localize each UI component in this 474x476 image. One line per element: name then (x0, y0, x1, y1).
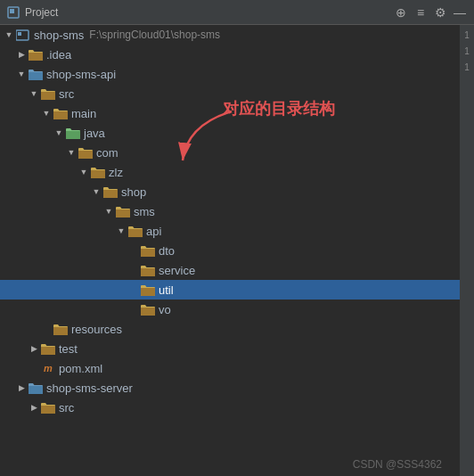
item-label-pom: pom.xml (59, 362, 102, 375)
arrow-shop-sms[interactable] (4, 29, 14, 40)
folder-icon-resources (53, 323, 68, 335)
folder-icon-java (66, 127, 80, 139)
arrow-main[interactable] (41, 108, 52, 119)
folder-icon-shop-sms-server (29, 382, 43, 394)
arrow-test[interactable] (29, 343, 39, 354)
item-label-src2: src (59, 401, 74, 414)
item-label-dto: dto (159, 244, 175, 258)
tree-item-shop[interactable]: shop (0, 182, 460, 201)
folder-icon-zlz (91, 166, 105, 178)
tree-item-test[interactable]: test (0, 339, 460, 358)
folder-icon-shop-sms (16, 29, 30, 41)
folder-icon-vo (141, 303, 155, 316)
collapse-btn[interactable]: ≡ (413, 5, 428, 20)
arrow-zlz[interactable] (78, 167, 89, 177)
folder-icon-src2 (41, 401, 55, 414)
tree-item-main[interactable]: main (0, 103, 460, 123)
arrow-shop-sms-api[interactable] (16, 69, 27, 79)
title-bar: Project ⊕ ≡ ⚙ — (0, 0, 474, 25)
main-container: 对应的目录结构 shop-smsF:\springCloud01\shop-sm… (0, 25, 474, 476)
folder-icon-util (141, 283, 155, 296)
arrow-src2[interactable] (29, 402, 39, 413)
folder-icon-dto (141, 244, 155, 257)
arrow-api[interactable] (116, 226, 127, 236)
project-panel-icon (7, 6, 20, 19)
tree-item-resources[interactable]: resources (0, 319, 460, 339)
tree-item-src1[interactable]: src (0, 84, 460, 103)
svg-rect-4 (18, 32, 21, 36)
title-bar-actions: ⊕ ≡ ⚙ — (394, 5, 467, 20)
folder-icon-src1 (41, 87, 55, 100)
folder-icon-test (41, 342, 55, 355)
folder-icon-main (53, 107, 68, 119)
svg-rect-1 (10, 9, 14, 13)
item-label-resources: resources (71, 323, 122, 336)
folder-icon-com (78, 146, 93, 159)
tree-item-java[interactable]: java (0, 123, 460, 143)
tree-item-idea[interactable]: .idea (0, 45, 460, 64)
item-label-shop-sms: shop-sms (34, 29, 84, 42)
add-btn[interactable]: ⊕ (394, 5, 408, 20)
item-label-shop-sms-api: shop-sms-api (46, 68, 116, 81)
tree-item-src2[interactable]: src (0, 398, 460, 417)
item-label-com: com (96, 146, 118, 160)
arrow-src1[interactable] (29, 88, 39, 99)
item-label-src1: src (59, 87, 74, 101)
item-label-zlz: zlz (109, 166, 123, 179)
line-1: 1 (464, 29, 470, 43)
item-label-main: main (71, 107, 96, 120)
item-label-idea: .idea (46, 48, 71, 62)
tree-item-shop-sms-api[interactable]: shop-sms-api (0, 64, 460, 84)
arrow-java[interactable] (53, 127, 64, 138)
arrow-shop-sms-server[interactable] (16, 382, 27, 393)
arrow-idea[interactable] (16, 49, 27, 60)
folder-icon-idea (29, 48, 43, 61)
folder-icon-shop-sms-api (29, 68, 43, 80)
item-label-shop-sms-server: shop-sms-server (46, 382, 133, 395)
item-label-util: util (159, 283, 174, 297)
tree-item-api[interactable]: api (0, 221, 460, 241)
folder-icon-service (141, 264, 155, 276)
tree-item-shop-sms-server[interactable]: shop-sms-server (0, 378, 460, 398)
tree-item-pom[interactable]: mpom.xml (0, 358, 460, 378)
panel-title: Project (25, 6, 388, 19)
item-path-shop-sms: F:\springCloud01\shop-sms (89, 29, 220, 41)
item-label-shop: shop (121, 185, 146, 199)
tree-item-zlz[interactable]: zlz (0, 162, 460, 182)
settings-btn[interactable]: ⚙ (433, 5, 447, 20)
tree-container: shop-smsF:\springCloud01\shop-sms.ideash… (0, 25, 460, 417)
tree-item-vo[interactable]: vo (0, 300, 460, 319)
folder-icon-pom: m (41, 362, 55, 374)
arrow-com[interactable] (66, 147, 77, 158)
tree-item-shop-sms[interactable]: shop-smsF:\springCloud01\shop-sms (0, 25, 460, 45)
folder-icon-sms (116, 205, 130, 217)
item-label-test: test (59, 342, 78, 356)
item-label-vo: vo (159, 303, 171, 316)
minimize-btn[interactable]: — (453, 5, 467, 20)
tree-item-sms[interactable]: sms (0, 201, 460, 221)
arrow-sms[interactable] (103, 206, 114, 217)
item-label-service: service (159, 264, 195, 277)
arrow-shop[interactable] (91, 186, 102, 197)
tree-item-dto[interactable]: dto (0, 241, 460, 260)
item-label-java: java (84, 127, 105, 140)
line-3: 1 (464, 61, 470, 75)
folder-icon-api (128, 225, 143, 237)
tree-item-com[interactable]: com (0, 143, 460, 162)
tree-item-util[interactable]: util (0, 280, 460, 300)
right-gutter: 1 1 1 (460, 25, 474, 476)
tree-item-service[interactable]: service (0, 260, 460, 280)
item-label-sms: sms (134, 205, 155, 218)
watermark: CSDN @SSS4362 (353, 458, 442, 471)
file-tree: 对应的目录结构 shop-smsF:\springCloud01\shop-sm… (0, 25, 460, 476)
line-2: 1 (464, 45, 470, 59)
folder-icon-shop (103, 185, 118, 198)
item-label-api: api (146, 225, 161, 238)
